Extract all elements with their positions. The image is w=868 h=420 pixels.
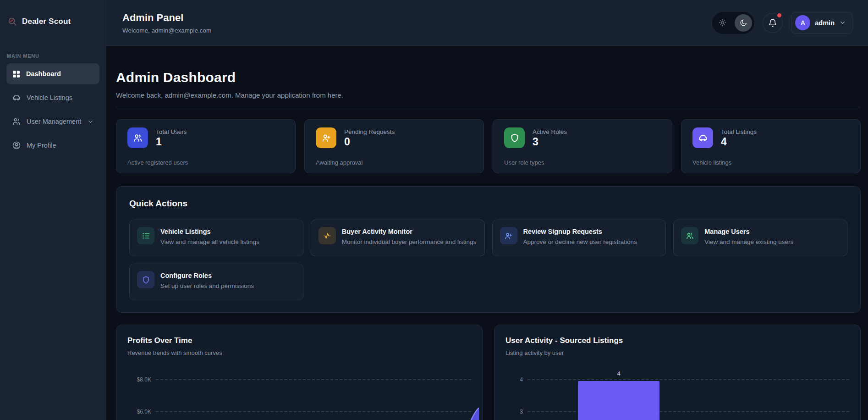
stat-card-pending-requests: Pending Requests 0 Awaiting approval bbox=[304, 119, 484, 173]
activity-icon bbox=[319, 227, 336, 244]
moon-icon[interactable] bbox=[735, 14, 752, 32]
quick-actions-grid: Vehicle Listings View and manage all veh… bbox=[129, 220, 847, 300]
stat-value: 1 bbox=[156, 137, 187, 147]
shield-icon bbox=[137, 271, 154, 288]
action-description: View and manage all vehicle listings bbox=[160, 238, 259, 247]
charts-row: Profits Over Time Revenue trends with sm… bbox=[116, 325, 861, 420]
action-configure-roles[interactable]: Configure Roles Set up user roles and pe… bbox=[129, 264, 303, 300]
y-axis-tick: 4 bbox=[505, 376, 523, 383]
stat-caption: Active registered users bbox=[127, 159, 284, 166]
stat-caption: User role types bbox=[504, 159, 661, 166]
action-description: Approve or decline new user registration… bbox=[523, 238, 637, 247]
sidebar: Dealer Scout MAIN MENU Dashboard bbox=[0, 0, 106, 420]
stat-card-total-users: Total Users 1 Active registered users bbox=[116, 119, 296, 173]
stat-card-active-roles: Active Roles 3 User role types bbox=[493, 119, 672, 173]
page-subtitle: Welcome back, admin@example.com. Manage … bbox=[116, 91, 861, 99]
action-description: Set up user roles and permissions bbox=[160, 282, 254, 291]
sidebar-item-label: Dashboard bbox=[26, 70, 61, 77]
stat-label: Pending Requests bbox=[344, 128, 395, 135]
y-axis-tick: $8.0K bbox=[127, 376, 151, 383]
y-axis-tick: $6.0K bbox=[127, 409, 151, 415]
car-icon bbox=[12, 93, 21, 102]
stat-caption: Vehicle listings bbox=[692, 159, 849, 166]
sidebar-item-label: Vehicle Listings bbox=[27, 94, 72, 101]
stat-card-total-listings: Total Listings 4 Vehicle listings bbox=[681, 119, 861, 173]
action-title: Manage Users bbox=[704, 228, 793, 235]
theme-toggle[interactable] bbox=[712, 12, 754, 34]
sidebar-item-dashboard[interactable]: Dashboard bbox=[6, 63, 99, 84]
list-icon bbox=[137, 227, 154, 244]
avatar: A bbox=[795, 15, 810, 30]
stat-value: 3 bbox=[533, 137, 567, 147]
action-description: Monitor individual buyer performance and… bbox=[342, 238, 476, 247]
app-logo: Dealer Scout bbox=[0, 14, 106, 29]
stat-label: Total Users bbox=[156, 128, 187, 135]
action-title: Buyer Activity Monitor bbox=[342, 228, 476, 235]
action-review-signup-requests[interactable]: Review Signup Requests Approve or declin… bbox=[492, 220, 666, 256]
stat-label: Total Listings bbox=[721, 128, 757, 135]
users-icon bbox=[127, 127, 148, 148]
user-name: admin bbox=[815, 19, 835, 27]
users-icon bbox=[12, 117, 21, 126]
app-title: Dealer Scout bbox=[22, 17, 71, 26]
sidebar-nav: Dashboard Vehicle Listings bbox=[0, 63, 106, 156]
page-title: Admin Dashboard bbox=[116, 70, 861, 85]
stat-value: 0 bbox=[344, 137, 395, 147]
header-subtitle: Welcome, admin@example.com bbox=[122, 27, 211, 34]
users-icon bbox=[681, 227, 698, 244]
car-icon bbox=[692, 127, 713, 148]
user-plus-icon bbox=[500, 227, 517, 244]
magnifier-icon bbox=[7, 17, 17, 27]
notification-badge bbox=[776, 12, 782, 18]
stat-value: 4 bbox=[721, 137, 757, 147]
bar-plot-area: 4 bbox=[527, 368, 849, 420]
chart-title: User Activity - Sourced Listings bbox=[505, 336, 849, 345]
bar-value-label: 4 bbox=[578, 370, 659, 377]
area-chart: $8.0K $6.0K bbox=[127, 368, 471, 420]
action-buyer-activity-monitor[interactable]: Buyer Activity Monitor Monitor individua… bbox=[311, 220, 485, 256]
stat-label: Active Roles bbox=[533, 128, 567, 135]
chevron-down-icon bbox=[87, 118, 94, 125]
action-title: Vehicle Listings bbox=[160, 228, 259, 235]
user-activity-chart-card: User Activity - Sourced Listings Listing… bbox=[494, 325, 861, 420]
main-content: Admin Dashboard Welcome back, admin@exam… bbox=[106, 46, 868, 420]
chart-subtitle: Listing activity by user bbox=[505, 349, 849, 356]
quick-actions-title: Quick Actions bbox=[129, 199, 847, 209]
header-title: Admin Panel bbox=[122, 12, 211, 24]
user-menu[interactable]: A admin bbox=[791, 12, 852, 34]
listings-bar[interactable] bbox=[578, 381, 659, 420]
quick-actions-panel: Quick Actions Vehicle Listings View and … bbox=[116, 186, 861, 313]
stat-caption: Awaiting approval bbox=[316, 159, 472, 166]
sidebar-section-label: MAIN MENU bbox=[0, 53, 106, 59]
bell-icon bbox=[768, 18, 777, 28]
stats-row: Total Users 1 Active registered users bbox=[116, 119, 861, 173]
chart-title: Profits Over Time bbox=[127, 336, 471, 345]
user-circle-icon bbox=[12, 141, 21, 150]
sidebar-item-my-profile[interactable]: My Profile bbox=[6, 135, 99, 156]
shield-icon bbox=[504, 127, 525, 148]
chevron-down-icon bbox=[839, 19, 846, 26]
app-root: Dealer Scout MAIN MENU Dashboard bbox=[0, 0, 868, 420]
user-plus-icon bbox=[316, 127, 336, 148]
sidebar-item-user-management[interactable]: User Management bbox=[6, 111, 99, 132]
sidebar-item-label: User Management bbox=[27, 118, 81, 125]
action-description: View and manage existing users bbox=[704, 238, 793, 247]
action-vehicle-listings[interactable]: Vehicle Listings View and manage all veh… bbox=[129, 220, 303, 256]
profits-chart-card: Profits Over Time Revenue trends with sm… bbox=[116, 325, 483, 420]
grid-icon bbox=[12, 70, 21, 78]
revenue-area-series bbox=[156, 366, 479, 420]
bar-chart: 4 3 4 bbox=[505, 368, 849, 420]
chart-subtitle: Revenue trends with smooth curves bbox=[127, 349, 471, 356]
divider bbox=[116, 107, 861, 107]
action-title: Review Signup Requests bbox=[523, 228, 637, 235]
sidebar-item-label: My Profile bbox=[27, 142, 56, 149]
action-manage-users[interactable]: Manage Users View and manage existing us… bbox=[673, 220, 847, 256]
topbar: Admin Panel Welcome, admin@example.com bbox=[106, 0, 868, 46]
action-title: Configure Roles bbox=[160, 272, 254, 279]
sun-icon[interactable] bbox=[718, 18, 727, 27]
sidebar-item-vehicle-listings[interactable]: Vehicle Listings bbox=[6, 87, 99, 108]
y-axis-tick: 3 bbox=[505, 409, 523, 415]
notifications-button[interactable] bbox=[763, 13, 783, 33]
